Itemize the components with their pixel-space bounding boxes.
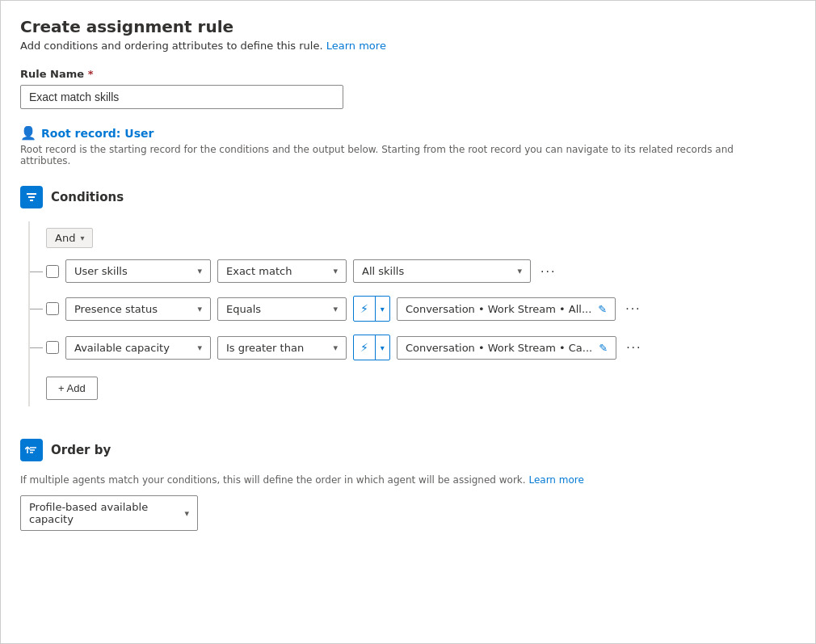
- field-select-1[interactable]: User skills ▾: [65, 259, 211, 283]
- value-display-2[interactable]: Conversation • Work Stream • All... ✎: [397, 297, 616, 321]
- filter-icon: [25, 191, 38, 204]
- operator-select-3[interactable]: Is greater than ▾: [217, 336, 347, 360]
- order-by-learn-more-link[interactable]: Learn more: [528, 474, 583, 486]
- value-display-3[interactable]: Conversation • Work Stream • Ca... ✎: [397, 336, 616, 360]
- order-by-icon: [20, 439, 43, 461]
- chevron-down-icon: ▾: [376, 297, 389, 321]
- edit-icon: ✎: [598, 303, 607, 315]
- condition-row: User skills ▾ Exact match ▾ All skills ▾…: [46, 259, 796, 283]
- order-by-select[interactable]: Profile-based available capacity ▾: [20, 495, 198, 531]
- edit-icon: ✎: [599, 342, 608, 354]
- chevron-down-icon: ▾: [80, 234, 84, 242]
- chevron-down-icon: ▾: [517, 266, 522, 276]
- conditions-body: And ▾ User skills ▾ Exact match ▾ All sk…: [28, 221, 796, 406]
- condition-row: Available capacity ▾ Is greater than ▾ ⚡…: [46, 335, 796, 360]
- chevron-down-icon: ▾: [197, 304, 202, 314]
- bolt-icon: ⚡: [354, 335, 376, 360]
- dynamic-value-button-3[interactable]: ⚡ ▾: [353, 335, 390, 360]
- conditions-icon: [20, 186, 43, 208]
- field-select-3[interactable]: Available capacity ▾: [65, 336, 211, 360]
- root-record-section: 👤 Root record: User Root record is the s…: [20, 125, 796, 166]
- chevron-down-icon: ▾: [197, 343, 202, 353]
- operator-select-1[interactable]: Exact match ▾: [217, 259, 347, 283]
- root-record-desc: Root record is the starting record for t…: [20, 144, 747, 166]
- conditions-section: Conditions And ▾ User skills ▾ Exact mat…: [20, 186, 796, 406]
- learn-more-link[interactable]: Learn more: [326, 40, 386, 52]
- conditions-title: Conditions: [51, 190, 124, 204]
- add-condition-button[interactable]: + Add: [46, 377, 98, 400]
- order-by-title: Order by: [51, 443, 111, 457]
- more-options-button-2[interactable]: ···: [622, 300, 644, 318]
- user-icon: 👤: [20, 125, 36, 141]
- rule-name-input[interactable]: [20, 85, 343, 109]
- condition-checkbox-2[interactable]: [46, 302, 59, 315]
- conditions-header: Conditions: [20, 186, 796, 208]
- more-options-button-3[interactable]: ···: [623, 339, 645, 356]
- page-subtitle: Add conditions and ordering attributes t…: [20, 40, 796, 52]
- more-options-button-1[interactable]: ···: [537, 263, 559, 280]
- page-title: Create assignment rule: [20, 17, 796, 36]
- bolt-icon: ⚡: [354, 297, 376, 321]
- field-select-2[interactable]: Presence status ▾: [65, 297, 211, 321]
- order-by-header: Order by: [20, 439, 796, 461]
- sort-icon: [25, 444, 38, 457]
- chevron-down-icon: ▾: [333, 304, 338, 314]
- value-select-1[interactable]: All skills ▾: [353, 259, 531, 283]
- dynamic-value-button-2[interactable]: ⚡ ▾: [353, 296, 390, 322]
- condition-checkbox-3[interactable]: [46, 341, 59, 354]
- chevron-down-icon: ▾: [333, 266, 338, 276]
- operator-select-2[interactable]: Equals ▾: [217, 297, 347, 321]
- order-by-description: If multiple agents match your conditions…: [20, 474, 796, 486]
- chevron-down-icon: ▾: [197, 266, 202, 276]
- root-record-title: 👤 Root record: User: [20, 125, 796, 141]
- condition-checkbox-1[interactable]: [46, 265, 59, 278]
- order-by-section: Order by If multiple agents match your c…: [20, 439, 796, 531]
- chevron-down-icon: ▾: [333, 343, 338, 353]
- rule-name-label: Rule Name *: [20, 68, 796, 80]
- condition-row: Presence status ▾ Equals ▾ ⚡ ▾ Conversat…: [46, 296, 796, 322]
- chevron-down-icon: ▾: [376, 335, 389, 360]
- and-dropdown[interactable]: And ▾: [46, 228, 93, 248]
- chevron-down-icon: ▾: [184, 508, 189, 519]
